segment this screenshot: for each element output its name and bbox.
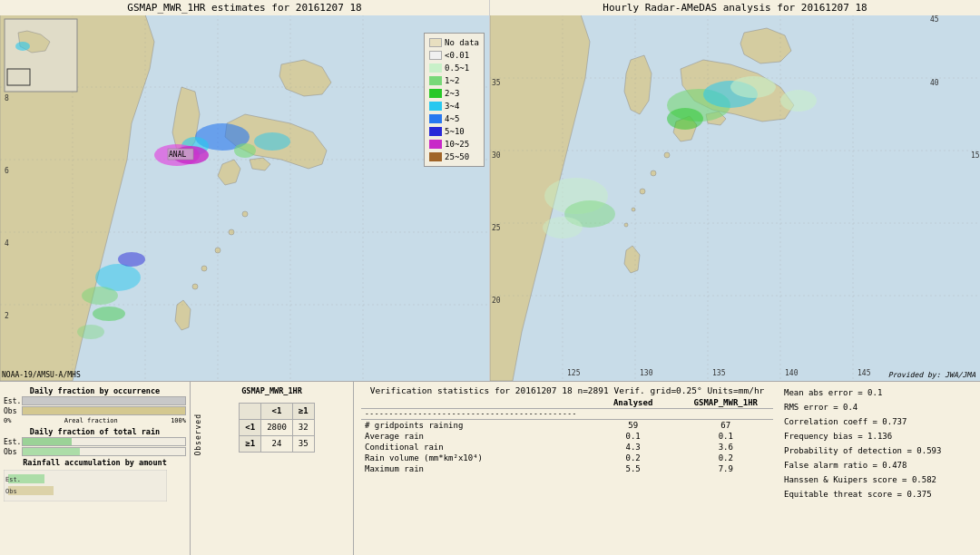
left-map-area: ANAL 2 4 6 8 No data <0.01 0.5~1 1~2 2~3… [0, 15, 489, 381]
svg-text:30: 30 [492, 151, 501, 160]
verification-stats: Verification statistics for 20161207 18 … [354, 382, 780, 555]
observed-label: Observed [194, 414, 202, 456]
svg-text:145: 145 [858, 369, 871, 377]
axis-frac: Areal fraction [64, 417, 118, 424]
legend-2-3: 2~3 [445, 87, 459, 100]
left-panel-title: GSMAP_MWR_1HR estimates for 20161207 18 [0, 0, 489, 15]
stats-val-condrain-a: 4.3 [588, 442, 679, 453]
stats-val-avgrain-g: 0.1 [679, 431, 773, 442]
stats-val-maxrain-g: 7.9 [679, 463, 773, 474]
cell-ge1-ge1: 35 [292, 435, 314, 452]
section3-title: Rainfall accumulation by amount [4, 458, 186, 467]
svg-point-31 [77, 325, 104, 339]
est-label1: Est. [4, 397, 22, 405]
svg-point-12 [192, 284, 198, 289]
svg-text:35: 35 [492, 79, 501, 87]
axis-0: 0% [4, 417, 11, 424]
svg-point-52 [651, 170, 656, 176]
svg-point-32 [118, 252, 145, 267]
col-header-ge1: ≥1 [292, 404, 314, 420]
bottom-left-charts: Daily fraction by occurrence Est. Obs 0%… [0, 382, 191, 555]
svg-point-72 [543, 217, 583, 239]
legend-nodata: No data [445, 36, 479, 49]
frequency-bias: Frequency bias = 1.136 [784, 429, 976, 443]
stats-val-gridpoints-a: 59 [588, 420, 679, 432]
svg-point-69 [780, 90, 817, 112]
svg-text:130: 130 [640, 369, 653, 377]
stats-col-gsmap: GSMAP_MWR_1HR [679, 397, 773, 409]
svg-text:2: 2 [5, 312, 9, 320]
prob-detection: Probability of detection = 0.593 [784, 443, 976, 458]
main-container: GSMAP_MWR_1HR estimates for 20161207 18 [0, 0, 980, 555]
legend-5-10: 5~10 [445, 125, 465, 138]
equitable-threat: Equitable threat score = 0.375 [784, 487, 976, 501]
stats-val-condrain-g: 3.6 [679, 442, 773, 453]
col-header-lt1: <1 [261, 404, 293, 420]
svg-text:25: 25 [492, 224, 501, 232]
obs-label2: Obs [4, 448, 22, 456]
svg-text:40: 40 [930, 79, 939, 87]
top-row: GSMAP_MWR_1HR estimates for 20161207 18 [0, 0, 980, 381]
hanssen-kuipers: Hanssen & Kuipers score = 0.582 [784, 472, 976, 487]
stats-row-maxrain: Maximum rain 5.5 7.9 [361, 463, 773, 474]
legend-1-2: 1~2 [445, 74, 459, 87]
svg-text:8: 8 [5, 94, 9, 102]
svg-point-68 [667, 108, 703, 130]
right-map-area: 20 25 30 35 125 130 135 140 145 40 45 15… [490, 15, 980, 381]
contingency-title: GSMAP_MWR_1HR [194, 386, 349, 395]
verification-header: Verification statistics for 20161207 18 … [361, 385, 773, 395]
svg-point-27 [234, 143, 256, 158]
stats-val-avgrain-a: 0.1 [588, 431, 679, 442]
correlation-coeff: Correlation coeff = 0.737 [784, 414, 976, 429]
false-alarm-ratio: False alarm ratio = 0.478 [784, 458, 976, 472]
svg-text:45: 45 [930, 15, 939, 24]
cell-lt1-ge1: 32 [292, 419, 314, 435]
legend-lt001: <0.01 [445, 49, 469, 62]
svg-text:Obs: Obs [5, 488, 17, 495]
cell-lt1-lt1: 2800 [261, 419, 293, 435]
left-map-panel: GSMAP_MWR_1HR estimates for 20161207 18 [0, 0, 490, 381]
svg-text:125: 125 [567, 369, 581, 377]
color-legend: No data <0.01 0.5~1 1~2 2~3 3~4 4~5 5~10… [424, 33, 485, 167]
svg-point-67 [730, 76, 776, 98]
mean-abs-error: Mean abs error = 0.1 [784, 385, 976, 400]
svg-point-29 [82, 287, 118, 305]
row-header-ge1: ≥1 [240, 435, 261, 452]
bottom-row: Daily fraction by occurrence Est. Obs 0%… [0, 381, 980, 555]
legend-25-50: 25~50 [445, 151, 469, 163]
svg-point-51 [664, 152, 670, 158]
stats-val-rainvol-a: 0.2 [588, 453, 679, 463]
stats-label-avgrain: Average rain [361, 431, 588, 442]
stats-row-condrain: Conditional rain 4.3 3.6 [361, 442, 773, 453]
right-map-panel: Hourly Radar-AMeDAS analysis for 2016120… [490, 0, 980, 381]
row-header-lt1: <1 [240, 419, 261, 435]
svg-text:4: 4 [5, 239, 9, 248]
legend-3-4: 3~4 [445, 100, 459, 112]
svg-point-55 [624, 223, 628, 227]
stats-val-rainvol-g: 0.2 [679, 453, 773, 463]
svg-text:ANAL: ANAL [169, 151, 186, 159]
svg-text:Est.: Est. [5, 476, 21, 483]
svg-text:15: 15 [971, 151, 980, 160]
est-label2: Est. [4, 438, 22, 446]
axis-100: 100% [171, 417, 186, 424]
stats-row-rainvol: Rain volume (mm*km²x10⁴) 0.2 0.2 [361, 453, 773, 463]
stats-label-condrain: Conditional rain [361, 442, 588, 453]
stats-table: Analysed GSMAP_MWR_1HR -----------------… [361, 397, 773, 474]
svg-point-26 [254, 132, 290, 151]
stats-label-gridpoints: # gridpoints raining [361, 420, 588, 432]
svg-rect-33 [5, 19, 77, 92]
contingency-matrix: <1 ≥1 <1 2800 32 ≥1 24 35 [239, 403, 314, 453]
svg-text:6: 6 [5, 167, 9, 175]
noaa-label: NOAA-19/AMSU-A/MHS [2, 371, 81, 379]
score-stats: Mean abs error = 0.1 RMS error = 0.4 Cor… [780, 382, 980, 555]
legend-10-25: 10~25 [445, 138, 469, 151]
section2-title: Daily fraction of total rain [4, 427, 186, 436]
legend-4-5: 4~5 [445, 112, 459, 125]
svg-point-53 [640, 189, 645, 194]
svg-point-36 [15, 42, 30, 51]
stats-label-maxrain: Maximum rain [361, 463, 588, 474]
stats-label-rainvol: Rain volume (mm*km²x10⁴) [361, 453, 588, 463]
svg-text:140: 140 [785, 369, 799, 377]
provided-by-label: Provided by: JWA/JMA [888, 371, 975, 379]
